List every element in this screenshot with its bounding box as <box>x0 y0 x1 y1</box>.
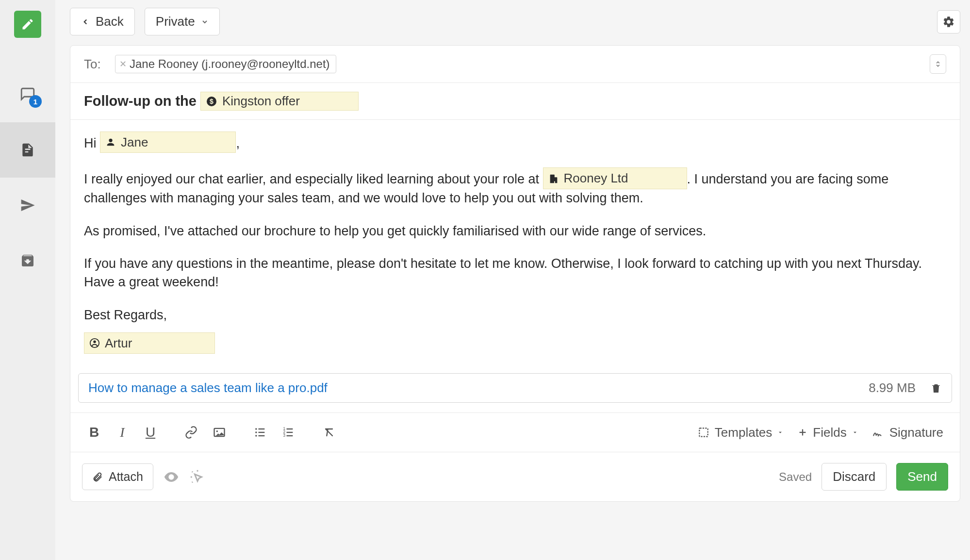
delete-attachment-button[interactable] <box>930 382 942 394</box>
sidebar-item-sent[interactable] <box>0 178 55 233</box>
underline-button[interactable]: U <box>138 422 163 443</box>
preview-button[interactable] <box>163 469 180 485</box>
attach-label: Attach <box>109 470 143 484</box>
to-row[interactable]: To: ✕ Jane Rooney (j.rooney@rooneyltd.ne… <box>70 46 960 83</box>
attach-button[interactable]: Attach <box>82 463 153 490</box>
sidebar-item-inbox[interactable]: 1 <box>0 67 55 122</box>
inbox-badge: 1 <box>29 95 42 108</box>
discard-button[interactable]: Discard <box>822 463 887 491</box>
clear-format-icon <box>322 426 336 439</box>
remove-recipient-icon[interactable]: ✕ <box>119 59 127 69</box>
trash-icon <box>930 382 942 394</box>
archive-icon <box>20 253 35 268</box>
merge-tag-sender[interactable]: Artur <box>84 332 215 354</box>
svg-rect-11 <box>259 435 265 436</box>
subject-prefix: Follow-up on the <box>84 93 197 109</box>
svg-rect-10 <box>259 432 265 433</box>
merge-tag-org-text: Rooney Ltd <box>564 169 628 187</box>
sidebar-item-documents[interactable] <box>0 122 55 178</box>
svg-text:$: $ <box>210 98 214 105</box>
send-label: Send <box>907 469 937 484</box>
italic-button[interactable]: I <box>110 422 134 443</box>
action-bar: Attach Saved Discard Send <box>70 452 960 501</box>
chevron-down-icon <box>201 18 209 26</box>
templates-icon <box>697 426 710 439</box>
tracking-button[interactable] <box>189 469 206 485</box>
clear-format-button[interactable] <box>317 422 341 443</box>
subject-row[interactable]: Follow-up on the $ Kingston offer <box>70 83 960 120</box>
back-label: Back <box>96 14 124 29</box>
sidebar-item-archive[interactable] <box>0 233 55 288</box>
svg-point-5 <box>216 430 218 432</box>
greeting-prefix: Hi <box>84 136 100 150</box>
eye-icon <box>163 469 180 485</box>
body-p1-a: I really enjoyed our chat earlier, and e… <box>84 172 543 187</box>
merge-tag-sender-text: Artur <box>105 334 132 352</box>
recipient-chip[interactable]: ✕ Jane Rooney (j.rooney@rooneyltd.net) <box>115 55 336 73</box>
svg-point-7 <box>255 431 257 433</box>
svg-rect-15 <box>287 428 293 429</box>
signature-icon <box>872 426 885 439</box>
expand-icon <box>935 59 941 69</box>
main-panel: Back Private To: ✕ Jane Rooney (j.rooney… <box>55 0 970 560</box>
dollar-circle-icon: $ <box>206 96 217 107</box>
chevron-left-icon <box>81 17 90 26</box>
svg-rect-18 <box>699 428 707 436</box>
discard-label: Discard <box>833 469 875 484</box>
saved-status: Saved <box>779 470 812 484</box>
merge-tag-deal-text: Kingston offer <box>222 94 300 109</box>
link-icon <box>184 426 198 439</box>
user-circle-icon <box>89 338 100 348</box>
gear-icon <box>942 16 955 28</box>
attachment-row: How to manage a sales team like a pro.pd… <box>78 373 952 403</box>
plus-icon <box>797 427 808 438</box>
image-icon <box>213 426 226 439</box>
merge-tag-deal[interactable]: $ Kingston offer <box>200 92 359 111</box>
paper-plane-icon <box>20 198 35 213</box>
svg-text:3: 3 <box>283 433 286 438</box>
send-button[interactable]: Send <box>896 463 948 491</box>
merge-tag-org[interactable]: Rooney Ltd <box>543 167 687 189</box>
body-p2: As promised, I've attached our brochure … <box>84 222 946 241</box>
bullet-list-button[interactable] <box>248 422 272 443</box>
visibility-label: Private <box>156 14 195 29</box>
numbered-list-button[interactable]: 123 <box>276 422 300 443</box>
sidebar: 1 <box>0 0 55 560</box>
expand-recipients-button[interactable] <box>930 54 946 74</box>
merge-tag-person-text: Jane <box>121 133 148 151</box>
greeting-suffix: , <box>236 136 240 150</box>
back-button[interactable]: Back <box>70 8 135 35</box>
templates-label: Templates <box>715 425 773 440</box>
link-button[interactable] <box>179 422 203 443</box>
top-toolbar: Back Private <box>70 8 960 35</box>
templates-button[interactable]: Templates <box>692 422 789 443</box>
settings-button[interactable] <box>937 10 960 33</box>
person-icon <box>105 137 116 148</box>
merge-tag-person[interactable]: Jane <box>100 132 236 153</box>
visibility-dropdown[interactable]: Private <box>145 8 220 35</box>
cursor-click-icon <box>189 469 206 485</box>
fields-button[interactable]: Fields <box>792 422 863 443</box>
pencil-icon <box>21 17 34 31</box>
email-body[interactable]: Hi Jane , I really enjoyed our chat earl… <box>70 120 960 373</box>
bold-button[interactable]: B <box>82 422 106 443</box>
svg-point-8 <box>255 435 257 437</box>
body-p3: If you have any questions in the meantim… <box>84 255 946 292</box>
compose-button[interactable] <box>14 11 41 38</box>
building-icon <box>548 173 559 184</box>
signature-label: Signature <box>889 425 943 440</box>
body-signoff: Best Regards, <box>84 306 946 325</box>
signature-button[interactable]: Signature <box>867 422 948 443</box>
attachment-filename[interactable]: How to manage a sales team like a pro.pd… <box>88 380 328 395</box>
svg-point-6 <box>255 428 257 430</box>
svg-rect-17 <box>287 435 293 436</box>
svg-rect-16 <box>287 432 293 433</box>
svg-rect-9 <box>259 428 265 429</box>
compose-card: To: ✕ Jane Rooney (j.rooney@rooneyltd.ne… <box>70 45 960 502</box>
image-button[interactable] <box>207 422 231 443</box>
bullet-list-icon <box>253 426 267 439</box>
editor-toolbar: B I U 123 <box>70 412 960 452</box>
caret-down-icon <box>777 429 784 436</box>
paperclip-icon <box>92 472 103 482</box>
document-icon <box>20 142 35 158</box>
